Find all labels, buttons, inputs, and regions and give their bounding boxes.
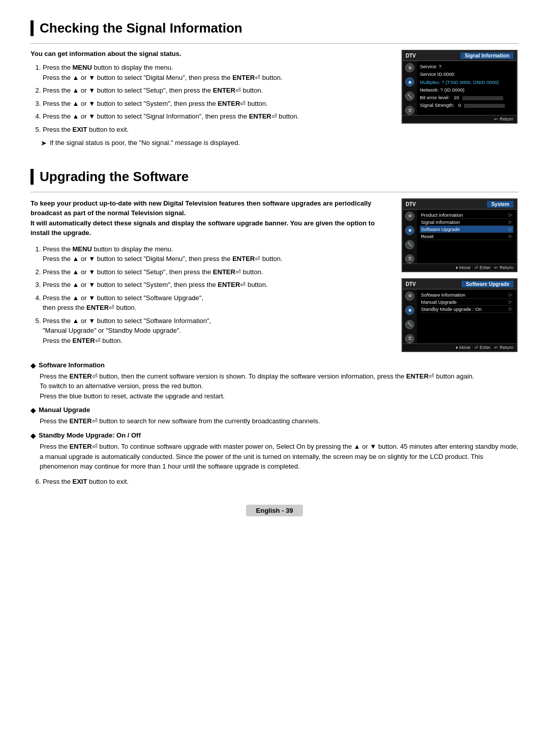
dtv-signal-label: DTV <box>406 53 416 59</box>
footer-badge: English - 39 <box>246 505 303 516</box>
bullet-standby-upgrade: ◆ Standby Mode Upgrade: On / Off Press t… <box>30 431 518 472</box>
dtv-signal-row-3: Multiplex: ? (TSID 0000, ONID 0000) <box>420 79 513 85</box>
dtv-software-title: Software Upgrade <box>462 281 513 287</box>
signal-step-1: Press the MENU button to display the men… <box>43 63 391 82</box>
dtv-signal-row-5: Bit error level: 10 <box>420 94 513 101</box>
dtv-software-footer: ♦ Move ⏎ Enter ↩ Return <box>403 343 516 351</box>
dtv-sw-item-3: Standby Mode upgrade : On ▷ <box>420 306 513 313</box>
dtv-system-screen: DTV System ⚙ ◉ 🔧 ☰ Product Information ▷ <box>402 198 517 272</box>
upgrade-step-2: Press the ▲ or ▼ button to select "Setup… <box>43 267 391 277</box>
upgrade-step-6: Press the EXIT button to exit. <box>43 477 518 487</box>
dtv-signal-content: Service: ? Service ID:0000 Multiplex: ? … <box>417 61 516 115</box>
dtv-system-title: System <box>487 201 513 208</box>
dtv-signal-topbar: DTV Signal Information <box>403 51 516 61</box>
page-footer: English - 39 <box>30 505 518 516</box>
dtv-sw-icon-1: ⚙ <box>405 292 414 301</box>
dtv-system-topbar: DTV System <box>403 199 516 210</box>
upgrade-steps: Press the MENU button to display the men… <box>43 244 391 346</box>
dtv-system-content: Product Information ▷ Signal Information… <box>417 210 516 264</box>
dtv-sw-item-2: Manual Upgrade ▷ <box>420 299 513 306</box>
dtv-software-topbar: DTV Software Upgrade <box>403 279 516 289</box>
dtv-sys-item-3: Software Upgrade ▷ <box>420 226 513 233</box>
dtv-signal-title: Signal Information <box>461 52 513 59</box>
signal-section: Checking the Signal Information You can … <box>30 20 518 151</box>
dtv-sys-arrow-2: ▷ <box>509 219 512 224</box>
upgrade-section: Upgrading the Software To keep your prod… <box>30 169 518 487</box>
upgrade-section-title: Upgrading the Software <box>30 169 518 185</box>
dtv-signal-icons: ⚙ ◉ 🔧 ☰ <box>403 61 417 115</box>
upgrade-divider <box>30 192 518 192</box>
signal-note: ➤ If the signal status is poor, the "No … <box>41 138 391 149</box>
dtv-signal-body: ⚙ ◉ 🔧 ☰ Service: ? Service ID:0000 Multi… <box>403 61 516 115</box>
upgrade-right-col: DTV System ⚙ ◉ 🔧 ☰ Product Information ▷ <box>402 198 518 356</box>
dtv-sw-icon-2: ◉ <box>405 306 414 315</box>
note-arrow-icon: ➤ <box>41 138 47 149</box>
dtv-system-footer: ♦ Move ⏎ Enter ↩ Return <box>403 264 516 271</box>
bullet-manual-upgrade: ◆ Manual Upgrade Press the ENTER⏎ button… <box>30 406 518 426</box>
bullet-standby-upgrade-title: ◆ Standby Mode Upgrade: On / Off <box>30 431 518 441</box>
upgrade-step-1: Press the MENU button to display the men… <box>43 244 391 264</box>
dtv-system-body: ⚙ ◉ 🔧 ☰ Product Information ▷ Signal Inf… <box>403 210 516 264</box>
signal-steps: Press the MENU button to display the men… <box>43 63 391 134</box>
upgrade-step-5: Press the ▲ or ▼ button to select "Softw… <box>43 316 391 346</box>
dtv-sys-arrow-4: ▷ <box>509 234 512 239</box>
upgrade-left-col: To keep your product up-to-date with new… <box>30 198 391 356</box>
dtv-signal-row-4: Network: ? (ID 0000) <box>420 86 513 93</box>
signal-intro: You can get information about the signal… <box>30 50 391 57</box>
bullet-manual-upgrade-content: Press the ENTER⏎ button to search for ne… <box>40 416 518 426</box>
bullet-manual-upgrade-title: ◆ Manual Upgrade <box>30 406 518 415</box>
signal-section-title: Checking the Signal Information <box>30 20 518 36</box>
upgrade-two-col: To keep your product up-to-date with new… <box>30 198 518 356</box>
dtv-sys-arrow-3: ▷ <box>509 226 512 231</box>
dtv-sys-item-1: Product Information ▷ <box>420 212 513 219</box>
signal-step-3: Press the ▲ or ▼ button to select "Syste… <box>43 99 391 109</box>
signal-two-col: You can get information about the signal… <box>30 50 518 151</box>
signal-left-col: You can get information about the signal… <box>30 50 391 151</box>
upgrade-step-3: Press the ▲ or ▼ button to select "Syste… <box>43 280 391 290</box>
signal-right-col: DTV Signal Information ⚙ ◉ 🔧 ☰ Service: … <box>402 50 518 151</box>
dtv-icon-2: ◉ <box>405 77 414 86</box>
dtv-signal-row-2: Service ID:0000 <box>420 71 513 77</box>
upgrade-final-step-list: Press the EXIT button to exit. <box>43 477 518 487</box>
bit-error-bar-bg <box>463 96 503 100</box>
dtv-icon-3: 🔧 <box>405 92 414 101</box>
bullet-software-information-title: ◆ Software Information <box>30 361 518 370</box>
dtv-signal-row-6: Signal Strength: 0 <box>420 102 513 108</box>
signal-step-5: Press the EXIT button to exit. <box>43 125 391 135</box>
dtv-sw-arrow-2: ▷ <box>509 299 512 304</box>
dtv-icon-1: ⚙ <box>405 63 414 72</box>
bullet-standby-upgrade-content: Press the ENTER⏎ button. To continue sof… <box>40 442 518 472</box>
dtv-system-label: DTV <box>406 201 416 207</box>
dtv-sw-icon-4: ☰ <box>405 334 414 343</box>
dtv-sys-icon-2: ◉ <box>405 226 414 235</box>
dtv-software-icons: ⚙ ◉ 🔧 ☰ <box>403 289 417 343</box>
signal-step-2: Press the ▲ or ▼ button to select "Setup… <box>43 85 391 96</box>
dtv-software-content: Software Information ▷ Manual Upgrade ▷ … <box>417 289 516 343</box>
dtv-sys-icon-1: ⚙ <box>405 212 414 221</box>
bullet-software-information: ◆ Software Information Press the ENTER⏎ … <box>30 361 518 401</box>
dtv-system-icons: ⚙ ◉ 🔧 ☰ <box>403 210 417 264</box>
dtv-software-body: ⚙ ◉ 🔧 ☰ Software Information ▷ Manual Up… <box>403 289 516 343</box>
dtv-software-label: DTV <box>406 281 416 287</box>
dtv-signal-row-1: Service: ? <box>420 63 513 70</box>
dtv-icon-4: ☰ <box>405 106 414 115</box>
dtv-sw-icon-3: 🔧 <box>405 320 414 329</box>
dtv-sys-item-4: Reset ▷ <box>420 233 513 240</box>
signal-divider <box>30 43 518 44</box>
dtv-sw-item-1: Software Information ▷ <box>420 292 513 299</box>
dtv-signal-footer: ↩ Return <box>403 115 516 123</box>
dtv-sw-arrow-3: ▷ <box>509 306 512 311</box>
dtv-sys-item-2: Signal Information ▷ <box>420 219 513 226</box>
dtv-sw-arrow-1: ▷ <box>509 292 512 297</box>
signal-strength-bar-bg <box>464 104 505 108</box>
dtv-sys-icon-3: 🔧 <box>405 240 414 249</box>
upgrade-intro: To keep your product up-to-date with new… <box>30 198 391 238</box>
bullet-software-information-content: Press the ENTER⏎ button, then the curren… <box>40 371 518 401</box>
signal-step-4: Press the ▲ or ▼ button to select "Signa… <box>43 111 391 122</box>
dtv-sys-icon-4: ☰ <box>405 254 414 264</box>
upgrade-step-4: Press the ▲ or ▼ button to select "Softw… <box>43 293 391 313</box>
dtv-signal-screen: DTV Signal Information ⚙ ◉ 🔧 ☰ Service: … <box>402 50 517 124</box>
dtv-software-screen: DTV Software Upgrade ⚙ ◉ 🔧 ☰ Software In… <box>402 278 517 352</box>
dtv-sys-arrow-1: ▷ <box>509 212 512 217</box>
